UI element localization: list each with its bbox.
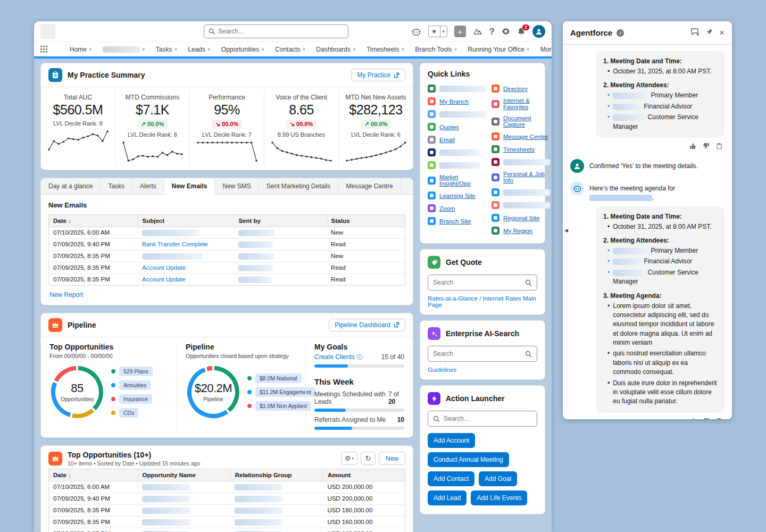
copy-clipboard-icon[interactable] xyxy=(716,417,722,419)
pin-icon[interactable] xyxy=(706,28,713,38)
tab-alerts[interactable]: Alerts xyxy=(132,178,164,194)
nav-item-tasks[interactable]: Tasks∨ xyxy=(151,46,183,53)
quick-link-text[interactable]: Learning Site xyxy=(439,193,476,199)
column-header-status[interactable]: Status xyxy=(327,215,405,227)
chevron-down-icon: ∨ xyxy=(142,47,145,52)
quick-link-text[interactable]: Timesheets xyxy=(503,146,535,153)
trailhead-icon[interactable] xyxy=(473,28,482,35)
my-practice-button[interactable]: My Practice xyxy=(351,69,405,81)
nav-item-more[interactable]: More▾ xyxy=(535,46,552,53)
user-avatar[interactable] xyxy=(532,25,545,38)
column-header-subject[interactable]: Subject xyxy=(138,215,234,227)
legend-label: CDs xyxy=(119,408,138,418)
guidelines-link[interactable]: Guidelines xyxy=(428,367,456,373)
thumbs-down-icon[interactable] xyxy=(703,417,710,419)
quick-link-text[interactable]: Internet & Favorites xyxy=(503,97,550,110)
redacted-text xyxy=(238,277,273,283)
tab-new-sms[interactable]: New SMS xyxy=(215,178,259,194)
add-contact-button[interactable]: Add Contact xyxy=(428,471,474,486)
get-quote-search-input[interactable] xyxy=(433,279,521,286)
global-actions-icon[interactable]: + xyxy=(454,26,466,37)
donut-center-label: Opportunities xyxy=(61,396,94,402)
nav-item-home[interactable]: Home∨ xyxy=(64,46,97,53)
email-subject-link[interactable]: Account Update xyxy=(142,276,186,282)
column-header-date[interactable]: Date ↓ xyxy=(49,215,138,227)
notifications-bell-icon[interactable]: 2 xyxy=(517,27,526,36)
favorite-star-icon[interactable]: ★ xyxy=(429,28,440,35)
get-quote-search[interactable] xyxy=(428,275,537,290)
column-header-amount[interactable]: Amount xyxy=(323,469,405,481)
nav-item-dashboards[interactable]: Dashboards∨ xyxy=(311,46,361,53)
email-subject-link[interactable]: Account Update xyxy=(142,264,186,271)
ai-search-box[interactable] xyxy=(428,346,537,362)
quick-link-text[interactable]: Document Capture xyxy=(503,115,550,128)
collapse-panel-arrow-icon[interactable]: ◀ xyxy=(564,228,568,233)
quick-link-text[interactable]: Message Center xyxy=(503,134,548,140)
create-clients-link[interactable]: Create Clients xyxy=(314,353,355,361)
favorites-icon xyxy=(492,100,499,108)
new-report-link[interactable]: New Report xyxy=(49,291,83,298)
thumbs-down-icon[interactable] xyxy=(703,142,710,152)
tab-new-emails[interactable]: New Emails xyxy=(164,178,215,195)
table-row: 07/10/2025, 6:00 AMUSD 200,000.00 xyxy=(49,481,405,493)
help-icon[interactable]: ? xyxy=(489,27,495,36)
refresh-button[interactable]: ↻ xyxy=(361,452,376,465)
ai-search-input[interactable] xyxy=(433,350,521,358)
quick-link-text[interactable]: Zoom xyxy=(439,205,455,212)
pipeline-dashboard-button[interactable]: Pipeline Dashboard xyxy=(329,319,405,331)
app-launcher-waffle-icon[interactable] xyxy=(40,46,47,53)
conduct-annual-meeting-button[interactable]: Conduct Annual Meeting xyxy=(428,452,509,467)
quick-link-text[interactable]: Quotes xyxy=(439,124,459,130)
quick-link-text[interactable]: Directory xyxy=(503,86,528,92)
quick-link-text[interactable]: My Region xyxy=(503,228,532,234)
quick-link-text[interactable]: Email xyxy=(439,137,455,143)
nav-item-redacted[interactable]: ∨ xyxy=(97,46,151,53)
global-search[interactable] xyxy=(204,24,348,38)
new-opportunity-button[interactable]: New xyxy=(379,452,405,465)
action-launcher-search[interactable] xyxy=(428,411,537,427)
thumbs-up-icon[interactable] xyxy=(689,417,696,419)
add-lead-button[interactable]: Add Lead xyxy=(428,491,467,505)
global-search-input[interactable] xyxy=(218,28,344,35)
thumbs-up-icon[interactable] xyxy=(689,142,696,152)
copy-clipboard-icon[interactable] xyxy=(716,142,722,152)
column-header-opportunity-name[interactable]: Opportunity Name xyxy=(138,469,230,481)
tab-sent-marketing-details[interactable]: Sent Marketing Details xyxy=(259,178,339,194)
nav-item-timesheets[interactable]: Timesheets∨ xyxy=(361,46,410,53)
add-account-button[interactable]: Add Account xyxy=(428,433,475,448)
action-launcher-search-input[interactable] xyxy=(444,415,532,422)
close-icon[interactable]: × xyxy=(719,28,725,37)
favorites-control[interactable]: ★ ▾ xyxy=(428,26,447,37)
end-chat-icon[interactable] xyxy=(690,28,700,38)
nav-item-branch-tools[interactable]: Branch Tools∨ xyxy=(410,46,462,53)
nav-item-leads[interactable]: Leads∨ xyxy=(182,46,216,53)
email-subject: Account Update xyxy=(138,273,234,285)
quick-link-text[interactable]: My Branch xyxy=(439,98,469,105)
quick-link-text[interactable]: Personal & Job Info xyxy=(503,171,550,184)
list-settings-gear-button[interactable]: ⚙▾ xyxy=(341,452,357,465)
opportunity-name xyxy=(138,481,230,493)
tab-day-at-a-glance[interactable]: Day at a glance xyxy=(41,178,101,194)
nav-item-contacts[interactable]: Contacts∨ xyxy=(270,46,311,53)
quick-link-text[interactable]: Regional Site xyxy=(503,215,539,221)
column-header-sent-by[interactable]: Sent by xyxy=(234,215,327,227)
nav-item-running-your-office[interactable]: Running Your Office∨ xyxy=(462,46,535,53)
setup-gear-icon[interactable] xyxy=(502,27,510,36)
email-subject-link[interactable]: Bank Transfer Complete xyxy=(142,241,208,247)
einstein-assistant-icon[interactable] xyxy=(411,28,421,36)
info-icon[interactable]: ⓘ xyxy=(356,354,362,360)
favorites-dropdown-icon[interactable]: ▾ xyxy=(440,29,447,34)
kpi-value: 95% xyxy=(190,102,264,118)
quick-link-text[interactable]: Branch Site xyxy=(439,218,471,225)
nav-item-opportunities[interactable]: Opportunities∨ xyxy=(216,46,270,53)
add-life-events-button[interactable]: Add Life Events xyxy=(471,491,527,505)
page-content: My Practice Summary My Practice Total AU… xyxy=(34,59,552,532)
column-header-relationship-group[interactable]: Relationship Group xyxy=(230,469,323,481)
info-icon[interactable]: i xyxy=(617,29,624,37)
add-goal-button[interactable]: Add Goal xyxy=(479,471,517,486)
tab-tasks[interactable]: Tasks xyxy=(101,178,132,194)
column-header-date[interactable]: Date ↓ xyxy=(49,469,138,481)
rates-at-a-glance-link[interactable]: Rates-at-a-Glance / Internet Rates Main … xyxy=(428,295,536,308)
quick-link-text[interactable]: Market Insight/Opp xyxy=(439,174,486,187)
tab-message-centre[interactable]: Message Centre xyxy=(339,178,401,194)
